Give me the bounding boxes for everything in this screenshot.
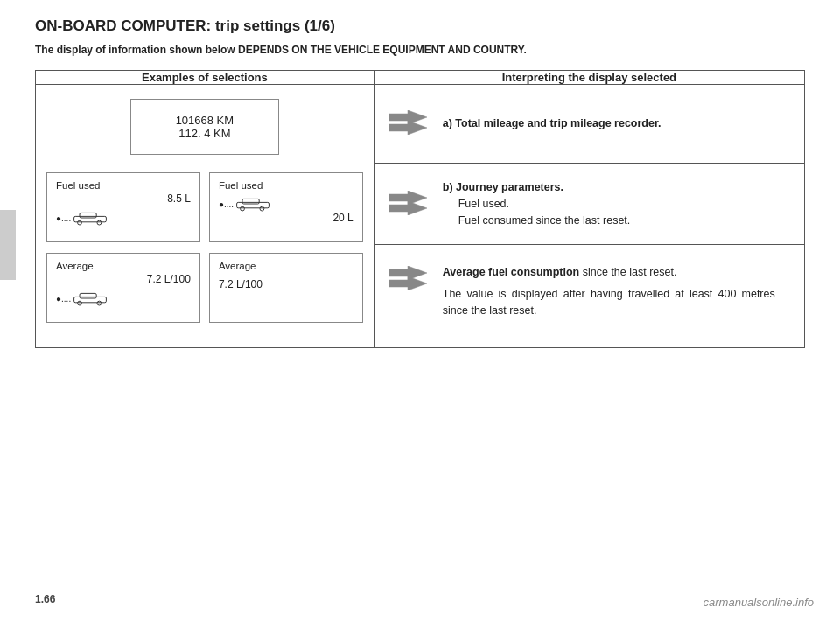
fuel-used-label-left: Fuel used [56,180,191,191]
svg-point-3 [97,220,102,225]
average-label-left: Average [56,261,191,271]
page-footer: 1.66 [35,593,55,605]
mileage-box: 101668 KM 112. 4 KM [130,99,279,155]
car-icon-right [235,196,270,212]
arrow-icon-2 [388,191,429,218]
page-subtitle: The display of information shown below D… [35,44,805,56]
pin-icon-right: ●.... [219,199,234,209]
svg-point-7 [260,206,264,211]
right-text-2: b) Journey parameters. Fuel used. Fuel c… [443,179,631,228]
svg-marker-15 [388,201,427,215]
svg-rect-1 [80,213,96,218]
svg-point-6 [241,206,245,211]
row3-bold: Average fuel consumption [443,266,580,278]
car-icon-row-avg-left: ●.... [56,290,191,306]
mileage-line2: 112. 4 KM [140,127,270,140]
svg-point-11 [97,301,102,305]
car-icon-row-left: ●.... [56,210,191,226]
right-text-3: Average fuel consumption since the last … [443,264,775,318]
right-text-1: a) Total mileage and trip mileage record… [443,115,662,132]
pin-icon: ●.... [56,213,71,223]
right-row-3: Average fuel consumption since the last … [374,245,804,334]
arrow-icon-3 [388,266,429,293]
mileage-line1: 101668 KM [140,114,270,127]
svg-marker-17 [388,276,427,290]
right-row-1: a) Total mileage and trip mileage record… [374,85,804,164]
arrow-icon-1 [388,110,429,137]
svg-point-10 [78,301,82,305]
row2-normal: Fuel consumed since the last reset. [443,214,631,227]
right-column: a) Total mileage and trip mileage record… [374,85,804,348]
fuel-used-row: Fuel used 8.5 L ●.... [46,172,363,242]
average-row: Average 7.2 L/100 ●.... [46,253,363,323]
average-box-left: Average 7.2 L/100 ●.... [46,253,200,323]
average-label-right: Average [219,261,354,271]
row3-normal: The value is displayed after having trav… [443,286,775,319]
right-content: a) Total mileage and trip mileage record… [374,85,804,335]
right-row-2: b) Journey parameters. Fuel used. Fuel c… [374,164,804,245]
row3-after-bold: since the last reset. [579,266,676,278]
fuel-used-value-left: 8.5 L [56,192,191,205]
col-right-header: Interpreting the display selected [374,71,804,85]
car-icon-left [73,210,108,226]
svg-rect-5 [242,199,259,204]
page-title: ON-BOARD COMPUTER: trip settings (1/6) [35,17,805,35]
svg-point-2 [78,220,82,225]
pin-icon-avg-left: ●.... [56,294,71,304]
fuel-used-label-right: Fuel used [219,180,354,191]
fuel-used-value-right: 20 L [219,212,354,224]
row2-bold2: Fuel used. [443,198,509,210]
watermark: carmanualsonline.info [704,596,814,609]
main-table: Examples of selections Interpreting the … [35,70,805,348]
average-box-right: Average 7.2 L/100 [209,253,363,323]
average-value-right: 7.2 L/100 [219,278,354,290]
average-value-left: 7.2 L/100 [56,273,191,285]
fuel-used-box-left: Fuel used 8.5 L ●.... [46,172,200,242]
col-left-header: Examples of selections [36,71,374,85]
row2-bold: b) Journey parameters. [443,181,564,193]
svg-marker-13 [388,121,427,135]
car-icon-avg-left [73,290,108,306]
side-tab [0,210,16,280]
left-column: 101668 KM 112. 4 KM Fuel used 8.5 L ●...… [36,85,374,348]
car-icon-row-right: ●.... [219,196,354,212]
svg-rect-9 [80,293,96,298]
row1-text: a) Total mileage and trip mileage record… [443,117,662,129]
fuel-used-box-right: Fuel used ●.... [209,172,363,242]
